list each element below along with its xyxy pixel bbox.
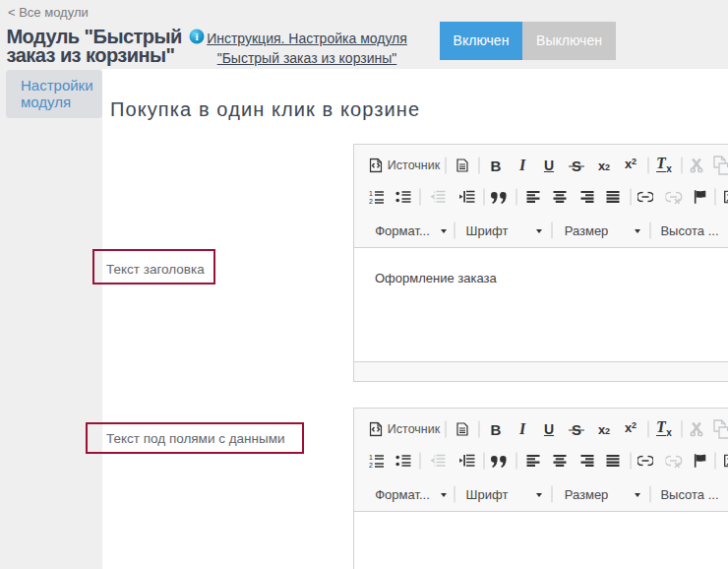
svg-text:1: 1 [369,454,373,461]
svg-text:2: 2 [369,198,373,205]
svg-text:1: 1 [369,190,373,197]
svg-text:i: i [195,31,198,42]
svg-text:2: 2 [369,462,373,469]
